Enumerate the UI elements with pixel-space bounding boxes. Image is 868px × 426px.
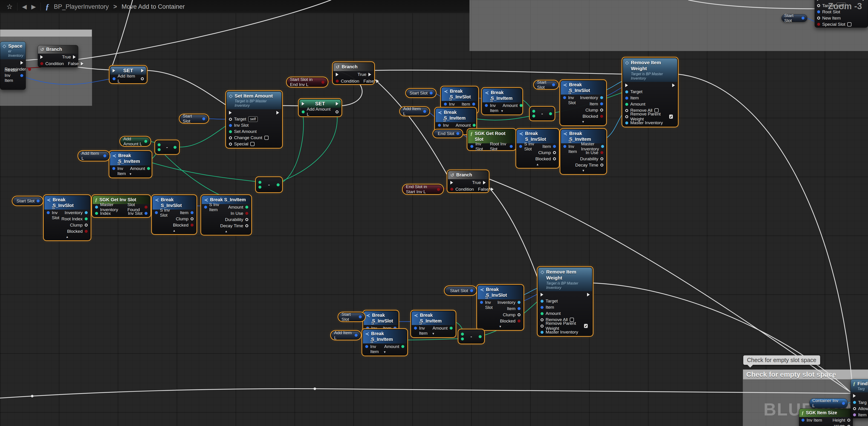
exec-in-pin[interactable]	[817, 0, 820, 1]
set-amount-pin[interactable]	[229, 130, 232, 133]
node-header[interactable]: ≺Break S_InvItem	[436, 108, 476, 122]
item-pin[interactable]	[553, 145, 556, 148]
master-inventory-pin[interactable]	[601, 145, 604, 148]
item-pin[interactable]	[853, 413, 856, 416]
collapse-arrow-icon[interactable]: ▼	[483, 108, 522, 114]
comment-box[interactable]	[469, 0, 868, 51]
variable-output-pin[interactable]	[321, 81, 324, 84]
variable-pill-start-slot[interactable]: Start Slot	[180, 115, 208, 123]
width-pin[interactable]	[847, 425, 850, 426]
result-pin[interactable]	[277, 183, 280, 186]
node-break-invslot-6[interactable]: ≺Break S_InvSlotS Inv SlotInventoryItemC…	[477, 285, 523, 330]
variable-pill-start-slot[interactable]: Start Slot	[781, 14, 807, 22]
operand-a-pin[interactable]	[158, 143, 161, 146]
variable-pill-start-slot[interactable]: Start Slot	[339, 313, 365, 321]
remove-all-pin[interactable]	[625, 109, 628, 112]
node-header[interactable]: ≺Break S_InvItem	[483, 89, 522, 102]
clump-pin[interactable]	[518, 313, 521, 316]
s-inv-slot-pin[interactable]	[155, 211, 158, 214]
node-remove-item-weight-2[interactable]: ◇Remove Item WeightTarget is BP Master I…	[538, 267, 592, 336]
variable-pill-container-inv-l[interactable]: Container Inv L	[810, 398, 848, 408]
operand-a-pin[interactable]	[532, 110, 535, 113]
exec-out-pin[interactable]	[21, 61, 23, 65]
collapse-arrow-icon[interactable]: ▲	[517, 162, 558, 167]
node-header[interactable]: ≺Break S_InvItem	[412, 311, 455, 325]
variable-output-pin[interactable]	[470, 289, 473, 292]
node-set-item-amount[interactable]: ◇Set Item AmountTarget is BP Master Inve…	[226, 91, 282, 148]
new-item-pin[interactable]	[817, 17, 820, 20]
special-slot-pin[interactable]	[817, 23, 820, 26]
amount-pin[interactable]	[473, 124, 476, 127]
output-pin[interactable]	[141, 77, 144, 80]
variable-pill-start-slot[interactable]: Start Slot	[406, 89, 435, 97]
item-pin[interactable]	[190, 211, 193, 214]
node-header[interactable]: ≺Break S_InvItem	[110, 152, 151, 165]
node-header[interactable]: ↺Branch	[38, 45, 78, 54]
node-break-invitem-5[interactable]: ≺Break S_InvItemS Inv ItemAmount▼	[110, 151, 151, 177]
variable-output-pin[interactable]	[842, 402, 845, 405]
blocked-pin[interactable]	[518, 320, 521, 323]
exec-in-pin[interactable]	[229, 111, 232, 114]
node-header[interactable]: ↺Branch	[448, 171, 488, 179]
collapse-arrow-icon[interactable]: ▼	[363, 350, 407, 355]
target-pin[interactable]	[540, 300, 544, 303]
height-pin[interactable]	[847, 419, 850, 422]
result-pin[interactable]	[549, 112, 552, 115]
false-exec-pin[interactable]	[376, 79, 379, 83]
blocked-pin[interactable]	[190, 224, 193, 227]
target-pin[interactable]	[625, 90, 628, 93]
variable-pill-add-item-l[interactable]: Add Item L	[400, 107, 429, 115]
exec-in-pin[interactable]	[40, 55, 43, 59]
allow-pin[interactable]	[853, 407, 856, 410]
exec-in-pin[interactable]	[336, 73, 339, 76]
reroute-node[interactable]	[314, 388, 316, 390]
exec-in-pin[interactable]	[853, 394, 856, 398]
s-inv-slot-pin[interactable]	[519, 145, 522, 148]
root-index-pin[interactable]	[85, 217, 88, 220]
inventory-pin[interactable]	[600, 96, 603, 99]
node-subtract-1[interactable]: -	[530, 107, 554, 120]
variable-output-pin[interactable]	[552, 83, 555, 86]
clump-pin[interactable]	[85, 224, 88, 227]
node-find-partial[interactable]: ƒFindTargTargAllowItem	[850, 379, 868, 418]
node-break-invitem-4[interactable]: ≺Break S_InvItemS Inv ItemAmountIn UseDu…	[202, 196, 251, 234]
obj-pin[interactable]	[20, 74, 23, 77]
node-header[interactable]: ≺Break S_InvSlot	[561, 81, 606, 95]
variable-output-pin[interactable]	[144, 140, 147, 143]
comment-header[interactable]: Check for empty slot space	[743, 370, 868, 379]
root-inv-slot-pin[interactable]	[510, 145, 513, 148]
variable-output-pin[interactable]	[103, 154, 106, 157]
targ-pin[interactable]	[853, 401, 856, 404]
amount-pin[interactable]	[245, 206, 248, 209]
amount-pin[interactable]	[540, 312, 544, 315]
clump-pin[interactable]	[600, 108, 603, 111]
exec-out-pin[interactable]	[276, 111, 279, 114]
operand-b-pin[interactable]	[258, 186, 261, 189]
s-inv-item-pin[interactable]	[485, 104, 488, 107]
variable-output-pin[interactable]	[437, 188, 440, 191]
node-space-partial[interactable]: ◇ Spaceer InventoryReaminderminder Inv I…	[0, 41, 26, 90]
s-inv-item-pin[interactable]	[365, 345, 368, 348]
operand-b-pin[interactable]	[532, 114, 535, 118]
remove-all-pin[interactable]	[540, 318, 544, 321]
inv-slot-pin[interactable]	[145, 212, 148, 215]
s-inv-slot-pin[interactable]	[47, 211, 50, 214]
variable-output-pin[interactable]	[456, 132, 459, 135]
node-remove-item-weight-1[interactable]: ◇Remove Item WeightTarget is BP Master I…	[623, 58, 678, 126]
amount-pin[interactable]	[625, 103, 628, 106]
node-header[interactable]: ↺Branch	[334, 63, 373, 71]
obj-pin[interactable]	[113, 77, 116, 80]
true-exec-pin[interactable]	[368, 73, 371, 76]
operand-b-pin[interactable]	[461, 337, 464, 340]
output-pin[interactable]	[336, 110, 339, 113]
node-sgk-item-size[interactable]: ƒSGK Item SizeInv ItemHeightWidth	[799, 408, 853, 426]
slot-found-pin[interactable]	[145, 206, 148, 209]
node-break-invitem-7[interactable]: ≺Break S_InvItemS Inv ItemAmount▼	[363, 329, 407, 355]
checkbox-checked[interactable]: ✓	[584, 324, 588, 328]
amount-pin[interactable]	[401, 345, 404, 348]
target-pin[interactable]	[229, 118, 232, 121]
node-branch-2[interactable]: ↺BranchTrueConditionFalse	[333, 63, 374, 84]
s-inv-slot-pin[interactable]	[444, 103, 447, 106]
variable-pill-add-amount-l[interactable]: Add Amount L	[121, 137, 150, 145]
node-header[interactable]: ◇ Spaceer Inventory	[0, 42, 26, 59]
